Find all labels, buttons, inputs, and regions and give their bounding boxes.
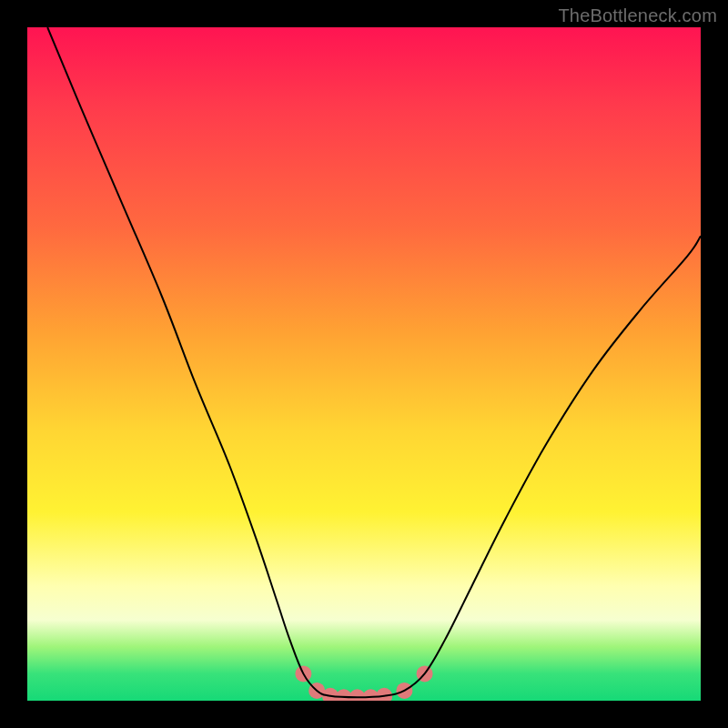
attribution-text: TheBottleneck.com xyxy=(558,5,717,26)
curve-path xyxy=(47,27,701,697)
stage: TheBottleneck.com xyxy=(0,0,728,728)
highlight-dots xyxy=(295,665,432,701)
plot-area xyxy=(27,27,701,701)
chart-svg xyxy=(27,27,701,701)
